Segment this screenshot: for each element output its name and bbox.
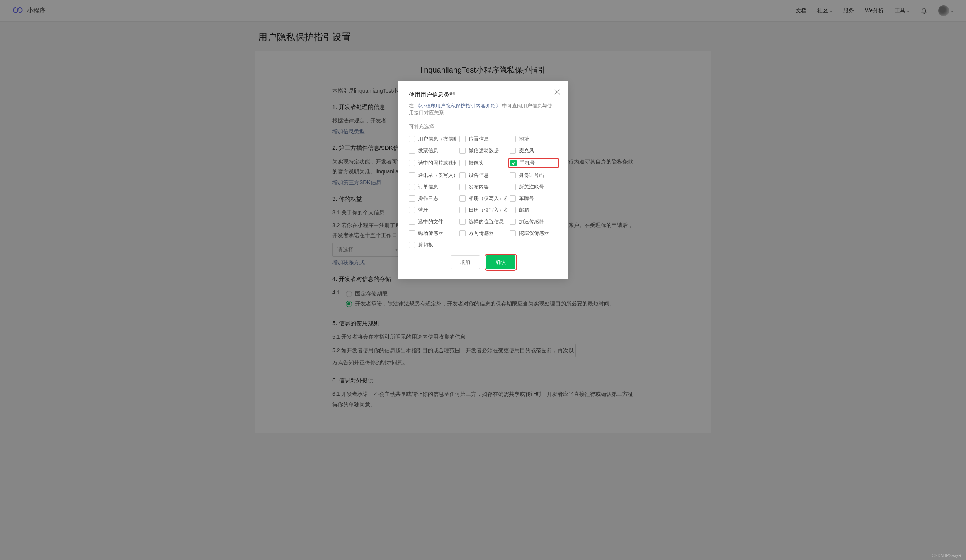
checkbox-icon bbox=[459, 207, 466, 213]
checkbox-option[interactable]: 剪切板 bbox=[409, 241, 456, 248]
confirm-button[interactable]: 确认 bbox=[486, 255, 515, 269]
checkbox-option[interactable]: 邮箱 bbox=[510, 207, 557, 214]
checkbox-option[interactable]: 麦克风 bbox=[510, 147, 557, 154]
checkbox-label: 位置信息 bbox=[469, 136, 489, 143]
checkbox-option[interactable]: 加速传感器 bbox=[510, 218, 557, 225]
checkbox-label: 麦克风 bbox=[519, 147, 534, 154]
checkbox-option[interactable]: 所关注账号 bbox=[510, 183, 557, 190]
checkbox-icon bbox=[409, 184, 415, 190]
checkbox-option[interactable]: 蓝牙 bbox=[409, 207, 456, 214]
checkbox-icon bbox=[459, 172, 466, 178]
checkbox-icon bbox=[409, 230, 415, 236]
checkbox-label: 微信运动数据 bbox=[469, 147, 499, 154]
checkbox-icon bbox=[459, 148, 466, 154]
checkbox-option[interactable]: 方向传感器 bbox=[459, 230, 507, 237]
checkbox-label: 剪切板 bbox=[418, 241, 433, 248]
checkbox-label: 陀螺仪传感器 bbox=[519, 230, 549, 237]
privacy-guide-link[interactable]: 《小程序用户隐私保护指引内容介绍》 bbox=[415, 103, 501, 109]
checkbox-option[interactable]: 磁场传感器 bbox=[409, 230, 456, 237]
checkbox-option[interactable]: 发布内容 bbox=[459, 183, 507, 190]
checkbox-icon bbox=[409, 195, 415, 202]
checkbox-label: 身份证号码 bbox=[519, 172, 544, 179]
checkbox-label: 通讯录（仅写入）… bbox=[418, 172, 456, 179]
checkbox-icon bbox=[409, 136, 415, 142]
checkbox-icon bbox=[409, 172, 415, 178]
checkbox-icon bbox=[459, 184, 466, 190]
checkbox-label: 日历（仅写入）权限 bbox=[469, 207, 507, 214]
checkbox-label: 地址 bbox=[519, 136, 529, 143]
checkbox-label: 车牌号 bbox=[519, 195, 534, 202]
checkbox-option[interactable]: 通讯录（仅写入）… bbox=[409, 172, 456, 179]
checkbox-option[interactable]: 选中的照片或视频… bbox=[409, 159, 456, 167]
checkbox-label: 用户信息（微信昵… bbox=[418, 136, 456, 143]
checkbox-option[interactable]: 设备信息 bbox=[459, 172, 507, 179]
modal-footer: 取消 确认 bbox=[409, 255, 557, 269]
checkbox-icon bbox=[510, 207, 516, 213]
modal-title: 使用用户信息类型 bbox=[409, 91, 557, 98]
checkbox-icon bbox=[409, 148, 415, 154]
checkbox-label: 订单信息 bbox=[418, 183, 438, 190]
checkbox-icon bbox=[409, 160, 415, 166]
modal-subtitle: 在 《小程序用户隐私保护指引内容介绍》 中可查阅用户信息与使用接口对应关系 bbox=[409, 102, 557, 116]
highlighted-option: 手机号 bbox=[508, 158, 559, 168]
checkbox-option[interactable]: 日历（仅写入）权限 bbox=[459, 207, 507, 214]
checkbox-option[interactable]: 用户信息（微信昵… bbox=[409, 136, 456, 143]
text: 在 bbox=[409, 103, 414, 109]
checkbox-icon bbox=[459, 219, 466, 225]
checkbox-option[interactable]: 相册（仅写入）权限 bbox=[459, 195, 507, 202]
checkbox-option[interactable]: 微信运动数据 bbox=[459, 147, 507, 154]
checkbox-label: 选择的位置信息 bbox=[469, 218, 504, 225]
checkbox-option[interactable]: 陀螺仪传感器 bbox=[510, 230, 557, 237]
checkbox-label: 相册（仅写入）权限 bbox=[469, 195, 507, 202]
checkbox-label: 邮箱 bbox=[519, 207, 529, 214]
checkbox-icon bbox=[409, 207, 415, 213]
checkbox-label: 磁场传感器 bbox=[418, 230, 443, 237]
checkbox-label: 发票信息 bbox=[418, 147, 438, 154]
checkbox-grid: 用户信息（微信昵…位置信息地址发票信息微信运动数据麦克风选中的照片或视频…摄像头… bbox=[409, 136, 557, 248]
checkbox-icon bbox=[510, 184, 516, 190]
checkbox-icon bbox=[459, 230, 466, 236]
checkbox-label: 选中的文件 bbox=[418, 218, 443, 225]
checkbox-label: 设备信息 bbox=[469, 172, 489, 179]
checkbox-label: 所关注账号 bbox=[519, 183, 544, 190]
checkbox-icon bbox=[510, 195, 516, 202]
user-info-type-modal: 使用用户信息类型 在 《小程序用户隐私保护指引内容介绍》 中可查阅用户信息与使用… bbox=[398, 81, 568, 279]
checkbox-option[interactable]: 选择的位置信息 bbox=[459, 218, 507, 225]
checkbox-label: 蓝牙 bbox=[418, 207, 428, 214]
checkbox-icon bbox=[510, 136, 516, 142]
checkbox-icon bbox=[510, 148, 516, 154]
checkbox-icon bbox=[510, 219, 516, 225]
checkbox-icon bbox=[409, 219, 415, 225]
checkbox-label: 加速传感器 bbox=[519, 218, 544, 225]
modal-overlay[interactable]: 使用用户信息类型 在 《小程序用户隐私保护指引内容介绍》 中可查阅用户信息与使用… bbox=[0, 0, 966, 442]
checkbox-icon bbox=[409, 242, 415, 248]
checkbox-label: 方向传感器 bbox=[469, 230, 494, 237]
checkbox-option[interactable]: 发票信息 bbox=[409, 147, 456, 154]
checkbox-option[interactable]: 选中的文件 bbox=[409, 218, 456, 225]
modal-section-label: 可补充选择 bbox=[409, 123, 557, 130]
checkbox-option[interactable]: 位置信息 bbox=[459, 136, 507, 143]
checkbox-icon bbox=[510, 172, 516, 178]
checkbox-option[interactable]: 手机号 bbox=[510, 160, 556, 166]
checkbox-option[interactable]: 地址 bbox=[510, 136, 557, 143]
close-icon[interactable] bbox=[553, 88, 561, 96]
checkbox-icon bbox=[459, 195, 466, 202]
checkbox-icon bbox=[459, 160, 466, 166]
checkbox-option[interactable]: 摄像头 bbox=[459, 159, 507, 167]
checkbox-icon bbox=[459, 136, 466, 142]
checkbox-label: 选中的照片或视频… bbox=[418, 160, 456, 166]
checkbox-icon bbox=[510, 230, 516, 236]
checkbox-label: 发布内容 bbox=[469, 183, 489, 190]
cancel-button[interactable]: 取消 bbox=[451, 255, 480, 269]
checkbox-label: 操作日志 bbox=[418, 195, 438, 202]
checkbox-label: 摄像头 bbox=[469, 160, 484, 166]
checkbox-option[interactable]: 身份证号码 bbox=[510, 172, 557, 179]
checkbox-option[interactable]: 车牌号 bbox=[510, 195, 557, 202]
checkbox-label: 手机号 bbox=[520, 160, 535, 166]
checkbox-option[interactable]: 操作日志 bbox=[409, 195, 456, 202]
checkbox-icon bbox=[510, 160, 517, 166]
checkbox-option[interactable]: 订单信息 bbox=[409, 183, 456, 190]
